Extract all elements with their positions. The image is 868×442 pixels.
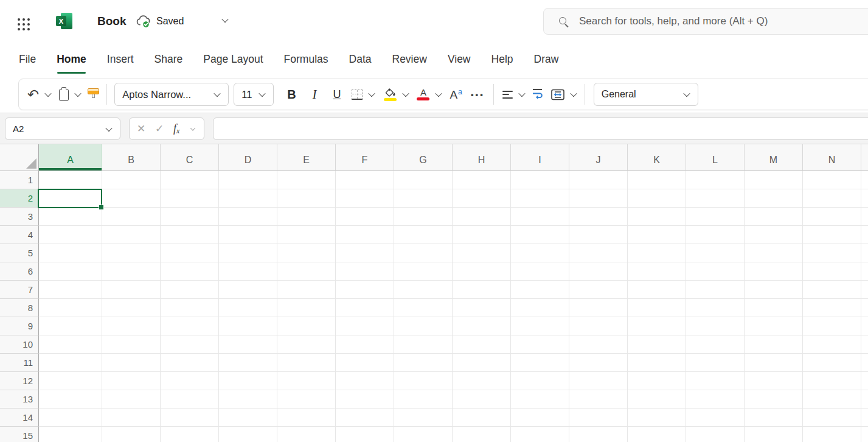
cell-H11[interactable] [453, 354, 511, 372]
cell-D15[interactable] [219, 427, 277, 442]
cell-E12[interactable] [277, 372, 336, 390]
cell-F5[interactable] [336, 244, 394, 262]
cell-D13[interactable] [219, 390, 277, 409]
cell-H15[interactable] [453, 427, 511, 442]
cell-L8[interactable] [686, 299, 745, 317]
column-header-G[interactable]: G [394, 144, 453, 171]
cell-C11[interactable] [161, 354, 219, 372]
workbook-title[interactable]: Book [97, 0, 127, 43]
cell-L1[interactable] [686, 171, 745, 189]
cell-L2[interactable] [686, 189, 745, 208]
tab-share[interactable]: Share [155, 50, 183, 69]
cell-B1[interactable] [102, 171, 161, 189]
cell-D11[interactable] [219, 354, 277, 372]
cell-H5[interactable] [453, 244, 511, 262]
cell-C5[interactable] [161, 244, 219, 262]
tab-data[interactable]: Data [349, 50, 372, 69]
tab-file[interactable]: File [19, 50, 36, 69]
cell-J5[interactable] [569, 244, 628, 262]
cell-B7[interactable] [102, 281, 161, 299]
column-header-B[interactable]: B [102, 144, 161, 171]
select-all-corner[interactable] [0, 144, 39, 171]
search-input[interactable] [578, 15, 868, 28]
cell-E2[interactable] [277, 189, 336, 208]
tab-formulas[interactable]: Formulas [284, 50, 328, 69]
cell-M6[interactable] [745, 262, 803, 281]
cell-G1[interactable] [394, 171, 453, 189]
cell-G14[interactable] [394, 409, 453, 427]
font-size-select[interactable]: 11 [234, 83, 274, 106]
cell-F9[interactable] [336, 317, 394, 335]
cell-A13[interactable] [39, 390, 102, 409]
cell-H12[interactable] [453, 372, 511, 390]
cell-F7[interactable] [336, 281, 394, 299]
cell-G4[interactable] [394, 226, 453, 244]
cell-B8[interactable] [102, 299, 161, 317]
cell-D6[interactable] [219, 262, 277, 281]
cell-N7[interactable] [803, 281, 861, 299]
cell-E10[interactable] [277, 335, 336, 354]
cell-N1[interactable] [803, 171, 861, 189]
cell-B14[interactable] [102, 409, 161, 427]
column-header-H[interactable]: H [453, 144, 511, 171]
cell-F2[interactable] [336, 189, 394, 208]
cell-A3[interactable] [39, 208, 102, 226]
cell-A8[interactable] [39, 299, 102, 317]
row-header-6[interactable]: 6 [0, 262, 39, 281]
cell-H8[interactable] [453, 299, 511, 317]
row-header-13[interactable]: 13 [0, 390, 39, 409]
cell-K4[interactable] [628, 226, 686, 244]
cell-C14[interactable] [161, 409, 219, 427]
cell-A14[interactable] [39, 409, 102, 427]
cell-L15[interactable] [686, 427, 745, 442]
cell-M11[interactable] [745, 354, 803, 372]
cell-I8[interactable] [511, 299, 569, 317]
cell-E13[interactable] [277, 390, 336, 409]
cell-G12[interactable] [394, 372, 453, 390]
cell-K6[interactable] [628, 262, 686, 281]
cell-B4[interactable] [102, 226, 161, 244]
formula-input[interactable] [213, 118, 868, 140]
column-header-I[interactable]: I [511, 144, 569, 171]
cell-M9[interactable] [745, 317, 803, 335]
cell-L5[interactable] [686, 244, 745, 262]
cell-D12[interactable] [219, 372, 277, 390]
cell-F12[interactable] [336, 372, 394, 390]
cell-J13[interactable] [569, 390, 628, 409]
column-header-F[interactable]: F [336, 144, 394, 171]
row-header-3[interactable]: 3 [0, 208, 39, 226]
cell-G15[interactable] [394, 427, 453, 442]
cell-F1[interactable] [336, 171, 394, 189]
column-header-J[interactable]: J [569, 144, 628, 171]
cell-I14[interactable] [511, 409, 569, 427]
row-header-15[interactable]: 15 [0, 427, 39, 442]
cell-N4[interactable] [803, 226, 861, 244]
cell-D7[interactable] [219, 281, 277, 299]
cell-A10[interactable] [39, 335, 102, 354]
cell-N3[interactable] [803, 208, 861, 226]
cell-A6[interactable] [39, 262, 102, 281]
cell-L12[interactable] [686, 372, 745, 390]
cell-B9[interactable] [102, 317, 161, 335]
cell-F11[interactable] [336, 354, 394, 372]
cell-G8[interactable] [394, 299, 453, 317]
cell-N10[interactable] [803, 335, 861, 354]
cell-F3[interactable] [336, 208, 394, 226]
cell-M14[interactable] [745, 409, 803, 427]
cell-A11[interactable] [39, 354, 102, 372]
cell-J2[interactable] [569, 189, 628, 208]
row-header-7[interactable]: 7 [0, 281, 39, 299]
cell-C4[interactable] [161, 226, 219, 244]
column-header-E[interactable]: E [277, 144, 336, 171]
chevron-down-icon[interactable] [518, 91, 526, 97]
cell-J10[interactable] [569, 335, 628, 354]
cell-K11[interactable] [628, 354, 686, 372]
cell-I13[interactable] [511, 390, 569, 409]
cell-A12[interactable] [39, 372, 102, 390]
cell-K9[interactable] [628, 317, 686, 335]
cell-B12[interactable] [102, 372, 161, 390]
cell-M15[interactable] [745, 427, 803, 442]
cell-A7[interactable] [39, 281, 102, 299]
cancel-button[interactable]: ✕ [137, 122, 145, 135]
cell-I6[interactable] [511, 262, 569, 281]
